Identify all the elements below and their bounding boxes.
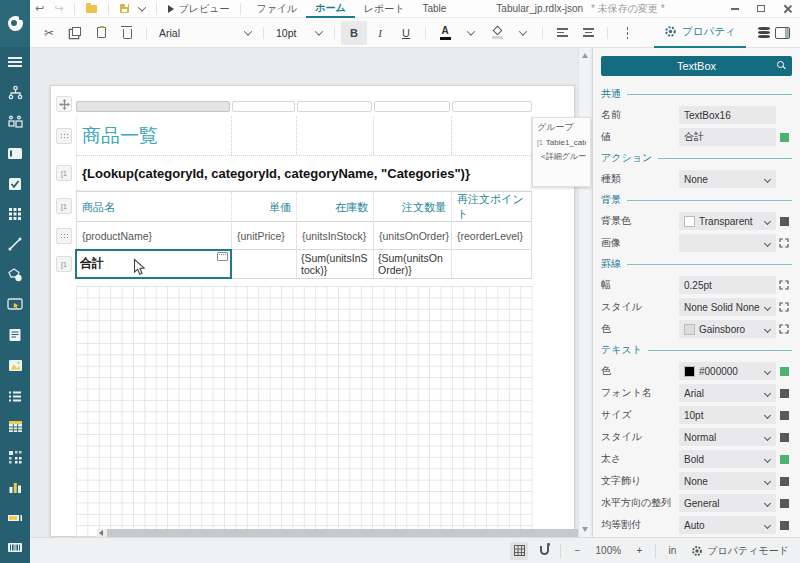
italic-button[interactable]: I [367,21,393,45]
inherit-indicator[interactable] [780,389,789,398]
row-handle-lookup[interactable]: [1 [56,165,72,181]
align-left-button[interactable] [549,21,575,45]
save-button[interactable] [115,0,134,18]
report-page[interactable]: [1 [1 [1 商品一覧 {Lookup(categoryId, catego… [50,85,575,537]
data-sources-button[interactable] [758,27,770,39]
horizontal-align-select[interactable]: General [679,494,776,512]
header-cell-reorder-level[interactable]: 再注文ポイント [451,192,532,222]
sidebar-tool-bullet[interactable] [0,502,30,532]
detail-cell-units-on-order[interactable]: {unitsOnOrder} [373,222,451,249]
value-input[interactable]: 合計 [679,128,776,146]
font-name-select[interactable]: Arial [679,384,776,402]
undo-button[interactable]: ↩ [30,0,49,18]
inherit-indicator[interactable] [780,477,789,486]
lookup-expression-textbox[interactable]: {Lookup(categoryId, categoryId, category… [76,156,532,190]
sidebar-tool-hierarchy[interactable] [0,77,30,107]
align-center-button[interactable] [575,21,601,45]
border-color-select[interactable]: Gainsboro [679,320,776,338]
table-detail-row[interactable]: {productName} {unitPrice} {unitsInStock}… [76,222,532,250]
cell-adorner-icon[interactable] [217,252,228,261]
sidebar-tool-button[interactable] [0,290,30,320]
sidebar-tool-image[interactable] [0,351,30,381]
bg-image-select[interactable] [679,234,776,252]
font-size-select[interactable]: 10pt [679,406,776,424]
expand-icon[interactable] [779,324,789,334]
zoom-out-button[interactable]: − [568,542,586,560]
text-color-button[interactable]: A [432,21,458,45]
footer-cell-total-selected[interactable]: 合計 [76,250,231,278]
row-handle-footer[interactable]: [1 [56,256,72,272]
menu-file[interactable]: ファイル [247,0,306,18]
sidebar-tool-richtext[interactable] [0,320,30,350]
detail-cell-units-in-stock[interactable]: {unitsInStock} [296,222,373,249]
font-family-select[interactable]: Arial [153,21,257,45]
maximize-button[interactable] [748,0,774,18]
zoom-in-button[interactable]: + [630,542,648,560]
text-color-select[interactable]: #000000 [679,362,776,380]
menu-table[interactable]: Table [413,0,455,18]
column-bar-3[interactable] [297,101,372,112]
font-size-select[interactable]: 10pt [270,21,328,45]
sidebar-tool-barcode[interactable] [0,533,30,563]
header-cell-units-in-stock[interactable]: 在庫数 [296,192,373,222]
horizontal-scroll-thumb[interactable] [107,529,578,537]
action-type-select[interactable]: None [679,170,776,188]
redo-button[interactable]: ↪ [49,0,68,18]
table-move-handle[interactable] [56,96,72,112]
font-weight-select[interactable]: Bold [679,450,776,468]
sidebar-tool-matrix[interactable] [0,442,30,472]
design-surface[interactable]: [1 [1 [1 商品一覧 {Lookup(categoryId, catego… [30,48,592,537]
search-icon[interactable] [777,61,784,68]
units-select[interactable]: in [663,542,681,560]
sidebar-tool-line[interactable] [0,229,30,259]
more-options-button[interactable] [614,21,640,45]
text-color-menu-button[interactable] [458,21,484,45]
expand-icon[interactable] [779,238,789,248]
sidebar-tool-list[interactable] [0,381,30,411]
tab-properties[interactable]: プロパティ [654,18,746,48]
group-item-category[interactable]: [1 Table1_categ [537,138,586,147]
open-button[interactable] [81,0,102,18]
sidebar-tool-subreport[interactable] [0,108,30,138]
scroll-up-icon[interactable] [582,53,588,58]
expand-icon[interactable] [779,280,789,290]
sidebar-tool-chart[interactable] [0,472,30,502]
properties-header[interactable]: TextBox [601,56,792,76]
group-header-row[interactable]: {Lookup(categoryId, categoryId, category… [76,156,532,191]
group-item-detail[interactable]: <詳細グルー [537,151,586,162]
sidebar-tool-tablix[interactable] [0,199,30,229]
fill-color-menu-button[interactable] [510,21,536,45]
grid-toggle-button[interactable] [510,542,528,560]
sidebar-menu-button[interactable] [0,47,30,77]
cut-button[interactable]: ✂ [36,21,62,45]
footer-cell-sum-in-stock[interactable]: {Sum(unitsInStock)} [296,250,373,278]
save-menu-button[interactable] [134,0,150,18]
inherit-indicator[interactable] [780,217,789,226]
scroll-down-icon[interactable] [582,527,588,532]
underline-button[interactable]: U [393,21,419,45]
footer-cell-empty-1[interactable] [231,250,296,278]
snap-toggle-button[interactable] [535,542,553,560]
header-cell-units-on-order[interactable]: 注文数量 [373,192,451,222]
inherit-indicator[interactable] [780,411,789,420]
inherit-indicator[interactable] [780,499,789,508]
column-bar-1[interactable] [76,101,230,112]
scroll-left-icon[interactable] [99,530,103,536]
sidebar-tool-shape[interactable] [0,260,30,290]
row-handle-header[interactable]: [1 [56,198,72,214]
copy-button[interactable] [62,21,88,45]
justify-select[interactable]: Auto [679,516,776,534]
fill-color-button[interactable] [484,21,510,45]
name-input[interactable]: TextBox16 [679,106,776,124]
menu-home[interactable]: ホーム [306,0,354,18]
expand-icon[interactable] [779,302,789,312]
sidebar-tool-table[interactable] [0,411,30,441]
report-title-row[interactable]: 商品一覧 [76,116,532,156]
bold-button[interactable]: B [341,21,367,45]
property-mode-button[interactable]: プロパティモード [688,542,792,560]
horizontal-scrollbar[interactable] [97,529,578,537]
delete-button[interactable] [114,21,140,45]
column-bar-5[interactable] [452,101,532,112]
footer-cell-sum-on-order[interactable]: {Sum(unitsOnOrder)} [373,250,451,278]
preview-button[interactable]: プレビュー [163,0,234,18]
